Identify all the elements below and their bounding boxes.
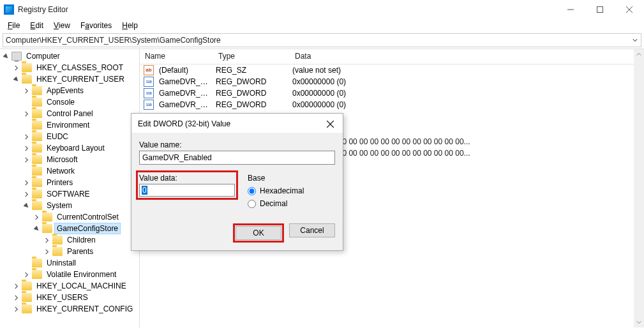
tree-keyboard[interactable]: Keyboard Layout [0, 142, 139, 154]
tree-system[interactable]: System [0, 200, 139, 211]
menu-edit[interactable]: Edit [25, 20, 49, 31]
tree-computer[interactable]: Computer [0, 50, 139, 62]
chevron-right-icon[interactable] [42, 247, 51, 256]
menu-favorites[interactable]: Favorites [75, 20, 117, 31]
cancel-button[interactable]: Cancel [289, 223, 335, 237]
tree-eudc[interactable]: EUDC [0, 131, 139, 142]
radio-hexadecimal[interactable] [248, 187, 256, 195]
tree-printers[interactable]: Printers [0, 177, 139, 188]
dialog-titlebar[interactable]: Edit DWORD (32-bit) Value [131, 114, 343, 133]
scroll-up-icon[interactable] [634, 49, 644, 59]
chevron-down-icon[interactable] [1, 52, 10, 61]
chevron-down-icon[interactable] [22, 201, 31, 210]
folder-icon [42, 213, 52, 221]
tree-hku[interactable]: HKEY_USERS [0, 292, 139, 303]
menu-file[interactable]: File [3, 20, 25, 31]
column-data[interactable]: Data [290, 49, 644, 64]
tree-gcs-parents[interactable]: Parents [0, 246, 139, 257]
chevron-right-icon[interactable] [11, 281, 20, 290]
list-header: Name Type Data [140, 49, 644, 64]
address-dropdown-icon[interactable] [629, 34, 641, 47]
tree-label: Console [45, 97, 77, 107]
tree-label: System [45, 200, 74, 211]
address-bar[interactable]: Computer\HKEY_CURRENT_USER\System\GameCo… [3, 33, 641, 47]
tree-volatile[interactable]: Volatile Environment [0, 269, 139, 280]
maximize-button[interactable] [585, 0, 615, 19]
tree-hkcu[interactable]: HKEY_CURRENT_USER [0, 73, 139, 85]
tree-microsoft[interactable]: Microsoft [0, 154, 139, 165]
tree-controlpanel[interactable]: Control Panel [0, 108, 139, 119]
tree-label: Printers [45, 177, 75, 188]
tree-label: Parents [65, 246, 95, 257]
tree-ccs[interactable]: CurrentControlSet [0, 211, 139, 223]
tree-gcs-children[interactable]: Children [0, 234, 139, 246]
menu-view[interactable]: View [49, 20, 75, 31]
tree-label: HKEY_CURRENT_USER [34, 74, 126, 84]
tree-uninstall[interactable]: Uninstall [0, 257, 139, 269]
cell-name: (Default) [156, 66, 213, 75]
radio-decimal[interactable] [248, 200, 256, 208]
list-row[interactable]: GameDVR_EFSE...REG_DWORD0x00000000 (0) [140, 87, 644, 99]
folder-icon [22, 281, 32, 290]
tree-label: CurrentControlSet [55, 212, 121, 222]
string-value-icon [144, 65, 154, 75]
base-label: Base [248, 174, 335, 183]
chevron-right-icon[interactable] [22, 144, 31, 153]
tree-environment[interactable]: Environment [0, 119, 139, 131]
chevron-right-icon[interactable] [11, 293, 20, 302]
chevron-right-icon[interactable] [42, 236, 51, 244]
dialog-title: Edit DWORD (32-bit) Value [138, 119, 322, 128]
tree-label: Network [45, 166, 77, 176]
address-text[interactable]: Computer\HKEY_CURRENT_USER\System\GameCo… [3, 34, 629, 46]
column-type[interactable]: Type [213, 49, 290, 64]
chevron-right-icon[interactable] [22, 132, 31, 141]
binary-value-icon [144, 77, 154, 87]
scrollbar-vertical[interactable] [634, 49, 644, 327]
tree-network[interactable]: Network [0, 165, 139, 177]
folder-icon [32, 259, 42, 267]
ok-button[interactable]: OK [236, 226, 281, 240]
value-data-field[interactable]: 0 [139, 184, 235, 197]
chevron-right-icon[interactable] [22, 86, 31, 95]
column-name[interactable]: Name [140, 49, 213, 64]
tree-hkcr[interactable]: HKEY_CLASSES_ROOT [0, 62, 139, 73]
tree-pane[interactable]: Computer HKEY_CLASSES_ROOT HKEY_CURRENT_… [0, 49, 140, 327]
list-row[interactable]: GameDVR_Enabl...REG_DWORD0x00000000 (0) [140, 99, 644, 110]
edit-dword-dialog: Edit DWORD (32-bit) Value Value name: Va… [131, 113, 343, 251]
chevron-down-icon[interactable] [32, 224, 41, 233]
folder-icon [22, 304, 32, 313]
value-data-label: Value data: [139, 174, 235, 183]
chevron-right-icon[interactable] [22, 270, 31, 279]
cell-name: GameDVR_EFSE... [156, 89, 213, 98]
list-row[interactable]: GameDVR_DXGI...REG_DWORD0x00000000 (0) [140, 76, 644, 87]
dialog-close-button[interactable] [322, 117, 338, 130]
minimize-button[interactable] [556, 0, 585, 19]
tree-label: AppEvents [45, 86, 86, 96]
chevron-right-icon[interactable] [22, 190, 31, 199]
cell-type: REG_DWORD [213, 100, 290, 109]
chevron-down-icon[interactable] [11, 75, 20, 84]
tree-label: SOFTWARE [45, 189, 92, 199]
tree-hkcc[interactable]: HKEY_CURRENT_CONFIG [0, 303, 139, 315]
chevron-right-icon[interactable] [22, 178, 31, 187]
scroll-down-icon[interactable] [634, 317, 644, 327]
tree-gcs[interactable]: GameConfigStore [0, 223, 139, 234]
menu-help[interactable]: Help [117, 20, 143, 31]
list-row[interactable]: (Default)REG_SZ(value not set) [140, 64, 644, 76]
folder-icon [32, 190, 42, 199]
tree-console[interactable]: Console [0, 96, 139, 108]
tree-appevents[interactable]: AppEvents [0, 85, 139, 96]
chevron-right-icon[interactable] [32, 213, 41, 221]
close-button[interactable] [615, 0, 644, 19]
computer-icon [11, 52, 22, 61]
base-dec-row[interactable]: Decimal [248, 199, 335, 208]
base-hex-row[interactable]: Hexadecimal [248, 186, 335, 195]
chevron-right-icon[interactable] [11, 63, 20, 72]
tree-hklm[interactable]: HKEY_LOCAL_MACHINE [0, 280, 139, 292]
chevron-right-icon[interactable] [22, 155, 31, 164]
tree-label: Computer [24, 51, 62, 61]
tree-software[interactable]: SOFTWARE [0, 188, 139, 200]
value-name-field[interactable] [139, 151, 335, 165]
chevron-right-icon[interactable] [22, 109, 31, 118]
chevron-right-icon[interactable] [11, 304, 20, 313]
